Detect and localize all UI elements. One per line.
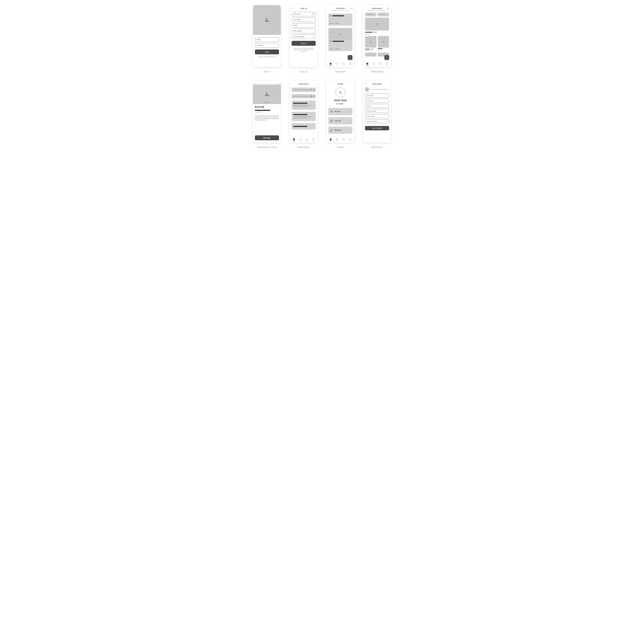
post-card[interactable]: 13 19 [328,28,352,51]
chevron-down-icon [386,121,387,122]
svg-point-20 [266,93,267,94]
pager-dot[interactable] [267,102,267,103]
plus-icon [386,56,388,58]
my-info-row[interactable]: My info › [328,108,352,115]
login-button[interactable]: Login [255,49,279,54]
pager-dot[interactable] [265,102,266,103]
building-select[interactable]: Choose building [365,119,389,123]
svg-point-19 [279,84,279,84]
unit-number-field[interactable]: Unit number [365,114,389,118]
message-button[interactable]: Message [255,135,279,140]
nav-tab-3[interactable] [343,138,345,141]
nav-tab-2[interactable] [299,138,302,141]
svg-point-14 [383,41,383,42]
points-link[interactable]: 12,531 › [327,103,354,105]
new-listing-fab[interactable] [384,55,389,60]
email-field[interactable]: Email [255,37,279,42]
heart-icon [335,48,337,50]
notification-badge: 2 [313,89,314,91]
avatar[interactable] [336,88,345,97]
nav-tab-2[interactable] [373,63,375,65]
post-author-placeholder [332,15,344,16]
tag-icon [382,41,385,43]
envelope-open-icon [310,95,312,97]
more-button[interactable] [350,7,353,10]
search-button[interactable] [387,7,389,10]
terms-helper: Upon sign up, you accept our terms and c… [290,47,317,53]
notification-item[interactable] [292,123,316,130]
notification-text-placeholder [293,89,309,90]
screen-newsfeed: Newsfeed 132 Robinson Rd, Ottawa, Ontari… [327,5,354,67]
comments-button[interactable]: 13 [330,48,333,50]
nav-tab-4[interactable] [312,138,315,141]
comments-button[interactable]: 13 [330,23,333,24]
avatar-row[interactable]: › [363,87,391,93]
likes-button[interactable]: 19 [335,23,339,24]
listing-description-placeholder [255,117,279,118]
nav-tab-3[interactable] [343,63,345,65]
email-field[interactable]: Email [365,104,389,108]
filter-chip[interactable] [378,12,389,16]
back-button[interactable] [291,7,294,10]
tag-icon [376,23,379,26]
location-link[interactable]: 132 Robinson Rd, Ottawa, Ontario › [327,10,354,12]
svg-point-18 [278,84,278,84]
nav-tab-4[interactable] [349,138,351,141]
notification-item[interactable]: › [292,112,316,121]
page-title: Marketplace [372,7,382,9]
notification-summary-row[interactable]: 2 [292,88,316,92]
password-placeholder: Password [257,44,263,46]
nav-tab-3[interactable] [379,63,382,65]
post-text-placeholder [330,19,350,20]
unit-number-field[interactable]: Unit number [292,29,316,33]
nav-tab-3[interactable] [306,138,308,141]
avatar-name-placeholder [371,89,387,90]
nav-tab-1[interactable] [329,63,332,65]
pager-dot[interactable] [268,102,269,103]
filter-chip[interactable] [365,12,377,16]
notification-badge: 1 [313,95,314,97]
carousel-pager [253,102,281,103]
comment-icon [330,48,331,50]
listing-card[interactable] [365,18,389,31]
likes-button[interactable]: 19 [335,48,339,50]
notification-item[interactable]: › [292,100,316,110]
listing-card[interactable] [365,36,376,48]
location-link[interactable]: 132 Robinson Rd, Ottawa, Ontario › [363,10,391,12]
page-title: Notifications [298,83,309,85]
listing-card[interactable] [365,53,376,57]
new-post-fab[interactable] [348,55,352,60]
signup-button[interactable]: Sign up [292,41,316,46]
listing-title-placeholder [365,49,370,49]
notification-summary-row[interactable]: 1 [292,94,316,98]
listing-description-placeholder [255,118,279,119]
building-select[interactable]: Choose building [292,35,316,39]
nav-tab-1[interactable] [329,138,332,141]
save-changes-button[interactable]: Save changes [365,126,389,130]
email-field[interactable]: Email [292,23,316,28]
my-posts-row[interactable]: My posts › [328,126,352,134]
pay-rent-row[interactable]: $ Pay rent › [328,117,352,124]
listing-card[interactable] [378,36,389,48]
image-placeholder-icon [264,17,270,23]
back-button[interactable] [365,83,367,85]
nav-tab-1[interactable] [293,138,295,141]
nav-tab-1[interactable] [366,63,368,65]
nav-tab-4[interactable] [349,63,351,65]
last-name-field[interactable]: Last name [292,18,316,22]
post-card[interactable]: 13 19 [328,14,352,26]
pencil-icon [330,129,333,132]
listing-title-placeholder [378,48,383,49]
nav-tab-4[interactable] [386,63,388,65]
last-name-field[interactable]: Last name [365,99,389,103]
first-name-field[interactable]: First name [365,94,389,98]
house-dollar-icon: $ [330,119,333,122]
listing-image-carousel[interactable] [253,85,281,104]
first-name-field[interactable]: First name [292,12,316,16]
phone-field[interactable]: Phone number [365,109,389,113]
nav-tab-2[interactable] [336,138,338,141]
password-field[interactable]: Password [255,43,279,48]
listing-title-placeholder [255,110,270,111]
signup-link-helper[interactable]: Don't have an account? Sign up here [253,56,281,58]
nav-tab-2[interactable] [336,63,338,65]
